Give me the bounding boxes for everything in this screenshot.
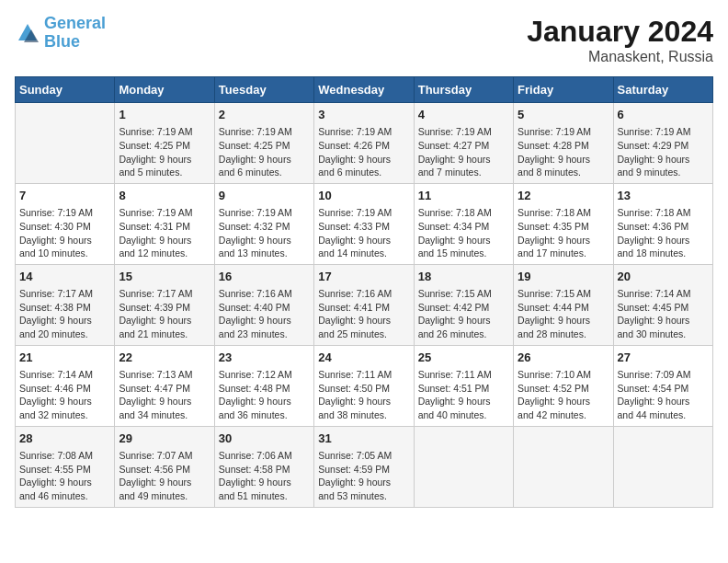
day-info: Sunrise: 7:19 AMSunset: 4:30 PMDaylight:… <box>19 206 110 260</box>
logo-text: General Blue <box>44 15 106 52</box>
day-info: Sunrise: 7:08 AMSunset: 4:55 PMDaylight:… <box>19 449 110 503</box>
day-number: 10 <box>318 188 409 204</box>
week-row-1: 1Sunrise: 7:19 AMSunset: 4:25 PMDaylight… <box>16 103 713 184</box>
calendar-cell: 29Sunrise: 7:07 AMSunset: 4:56 PMDayligh… <box>115 426 214 507</box>
week-row-2: 7Sunrise: 7:19 AMSunset: 4:30 PMDaylight… <box>16 183 713 264</box>
calendar-cell: 24Sunrise: 7:11 AMSunset: 4:50 PMDayligh… <box>314 345 414 426</box>
day-number: 3 <box>318 107 409 123</box>
calendar-cell: 7Sunrise: 7:19 AMSunset: 4:30 PMDaylight… <box>16 183 115 264</box>
day-info: Sunrise: 7:07 AMSunset: 4:56 PMDaylight:… <box>119 449 210 503</box>
calendar-cell: 14Sunrise: 7:17 AMSunset: 4:38 PMDayligh… <box>16 264 115 345</box>
day-number: 29 <box>119 431 210 447</box>
day-number: 31 <box>318 431 409 447</box>
page-header: General Blue January 2024 Manaskent, Rus… <box>15 15 713 65</box>
calendar-cell: 5Sunrise: 7:19 AMSunset: 4:28 PMDaylight… <box>514 103 613 184</box>
calendar-cell: 8Sunrise: 7:19 AMSunset: 4:31 PMDaylight… <box>115 183 214 264</box>
day-number: 28 <box>19 431 110 447</box>
day-number: 25 <box>418 350 509 366</box>
day-number: 26 <box>518 350 609 366</box>
day-info: Sunrise: 7:06 AMSunset: 4:58 PMDaylight:… <box>219 449 310 503</box>
calendar-cell: 23Sunrise: 7:12 AMSunset: 4:48 PMDayligh… <box>214 345 313 426</box>
day-number: 20 <box>618 269 709 285</box>
title-block: January 2024 Manaskent, Russia <box>527 15 713 65</box>
calendar-cell: 30Sunrise: 7:06 AMSunset: 4:58 PMDayligh… <box>214 426 313 507</box>
day-info: Sunrise: 7:09 AMSunset: 4:54 PMDaylight:… <box>618 368 709 422</box>
calendar-cell: 2Sunrise: 7:19 AMSunset: 4:25 PMDaylight… <box>214 103 313 184</box>
day-number: 12 <box>518 188 609 204</box>
day-info: Sunrise: 7:11 AMSunset: 4:50 PMDaylight:… <box>318 368 409 422</box>
calendar-cell: 9Sunrise: 7:19 AMSunset: 4:32 PMDaylight… <box>214 183 313 264</box>
day-info: Sunrise: 7:16 AMSunset: 4:41 PMDaylight:… <box>318 287 409 341</box>
day-number: 5 <box>518 107 609 123</box>
calendar-cell: 16Sunrise: 7:16 AMSunset: 4:40 PMDayligh… <box>214 264 313 345</box>
week-row-3: 14Sunrise: 7:17 AMSunset: 4:38 PMDayligh… <box>16 264 713 345</box>
day-info: Sunrise: 7:10 AMSunset: 4:52 PMDaylight:… <box>518 368 609 422</box>
calendar-cell: 4Sunrise: 7:19 AMSunset: 4:27 PMDaylight… <box>414 103 513 184</box>
calendar-cell <box>414 426 513 507</box>
day-info: Sunrise: 7:13 AMSunset: 4:47 PMDaylight:… <box>119 368 210 422</box>
day-info: Sunrise: 7:19 AMSunset: 4:28 PMDaylight:… <box>518 125 609 179</box>
day-number: 17 <box>318 269 409 285</box>
day-number: 1 <box>119 107 210 123</box>
header-cell-sunday: Sunday <box>16 77 115 103</box>
calendar-cell: 27Sunrise: 7:09 AMSunset: 4:54 PMDayligh… <box>613 345 712 426</box>
day-info: Sunrise: 7:05 AMSunset: 4:59 PMDaylight:… <box>318 449 409 503</box>
day-number: 2 <box>219 107 310 123</box>
day-number: 23 <box>219 350 310 366</box>
day-number: 13 <box>618 188 709 204</box>
day-number: 4 <box>418 107 509 123</box>
calendar-cell: 21Sunrise: 7:14 AMSunset: 4:46 PMDayligh… <box>16 345 115 426</box>
day-number: 22 <box>119 350 210 366</box>
day-info: Sunrise: 7:19 AMSunset: 4:33 PMDaylight:… <box>318 206 409 260</box>
day-info: Sunrise: 7:18 AMSunset: 4:36 PMDaylight:… <box>618 206 709 260</box>
logo-icon <box>15 20 40 46</box>
calendar-cell: 10Sunrise: 7:19 AMSunset: 4:33 PMDayligh… <box>314 183 414 264</box>
calendar-cell: 12Sunrise: 7:18 AMSunset: 4:35 PMDayligh… <box>514 183 613 264</box>
header-cell-thursday: Thursday <box>414 77 513 103</box>
day-info: Sunrise: 7:11 AMSunset: 4:51 PMDaylight:… <box>418 368 509 422</box>
day-number: 15 <box>119 269 210 285</box>
header-cell-tuesday: Tuesday <box>214 77 313 103</box>
header-cell-monday: Monday <box>115 77 214 103</box>
calendar-cell: 1Sunrise: 7:19 AMSunset: 4:25 PMDaylight… <box>115 103 214 184</box>
day-number: 24 <box>318 350 409 366</box>
calendar-cell: 26Sunrise: 7:10 AMSunset: 4:52 PMDayligh… <box>514 345 613 426</box>
day-number: 18 <box>418 269 509 285</box>
calendar-cell: 31Sunrise: 7:05 AMSunset: 4:59 PMDayligh… <box>314 426 414 507</box>
day-info: Sunrise: 7:19 AMSunset: 4:25 PMDaylight:… <box>119 125 210 179</box>
day-number: 8 <box>119 188 210 204</box>
calendar-cell: 15Sunrise: 7:17 AMSunset: 4:39 PMDayligh… <box>115 264 214 345</box>
calendar-cell <box>16 103 115 184</box>
week-row-5: 28Sunrise: 7:08 AMSunset: 4:55 PMDayligh… <box>16 426 713 507</box>
day-info: Sunrise: 7:16 AMSunset: 4:40 PMDaylight:… <box>219 287 310 341</box>
day-info: Sunrise: 7:19 AMSunset: 4:27 PMDaylight:… <box>418 125 509 179</box>
day-info: Sunrise: 7:18 AMSunset: 4:35 PMDaylight:… <box>518 206 609 260</box>
calendar-cell: 13Sunrise: 7:18 AMSunset: 4:36 PMDayligh… <box>613 183 712 264</box>
calendar-cell: 17Sunrise: 7:16 AMSunset: 4:41 PMDayligh… <box>314 264 414 345</box>
day-info: Sunrise: 7:17 AMSunset: 4:38 PMDaylight:… <box>19 287 110 341</box>
header-cell-saturday: Saturday <box>613 77 712 103</box>
day-number: 27 <box>618 350 709 366</box>
month-title: January 2024 <box>527 15 713 49</box>
calendar-cell: 3Sunrise: 7:19 AMSunset: 4:26 PMDaylight… <box>314 103 414 184</box>
day-number: 11 <box>418 188 509 204</box>
calendar-cell <box>613 426 712 507</box>
day-number: 14 <box>19 269 110 285</box>
calendar-cell: 22Sunrise: 7:13 AMSunset: 4:47 PMDayligh… <box>115 345 214 426</box>
day-number: 16 <box>219 269 310 285</box>
day-info: Sunrise: 7:19 AMSunset: 4:31 PMDaylight:… <box>119 206 210 260</box>
header-cell-friday: Friday <box>514 77 613 103</box>
calendar-header-row: SundayMondayTuesdayWednesdayThursdayFrid… <box>16 77 713 103</box>
week-row-4: 21Sunrise: 7:14 AMSunset: 4:46 PMDayligh… <box>16 345 713 426</box>
day-info: Sunrise: 7:19 AMSunset: 4:32 PMDaylight:… <box>219 206 310 260</box>
day-number: 9 <box>219 188 310 204</box>
calendar-cell: 18Sunrise: 7:15 AMSunset: 4:42 PMDayligh… <box>414 264 513 345</box>
calendar-cell: 6Sunrise: 7:19 AMSunset: 4:29 PMDaylight… <box>613 103 712 184</box>
calendar-cell: 20Sunrise: 7:14 AMSunset: 4:45 PMDayligh… <box>613 264 712 345</box>
calendar-cell: 28Sunrise: 7:08 AMSunset: 4:55 PMDayligh… <box>16 426 115 507</box>
day-number: 21 <box>19 350 110 366</box>
location-subtitle: Manaskent, Russia <box>527 49 713 65</box>
day-info: Sunrise: 7:18 AMSunset: 4:34 PMDaylight:… <box>418 206 509 260</box>
calendar-cell: 11Sunrise: 7:18 AMSunset: 4:34 PMDayligh… <box>414 183 513 264</box>
day-info: Sunrise: 7:15 AMSunset: 4:44 PMDaylight:… <box>518 287 609 341</box>
